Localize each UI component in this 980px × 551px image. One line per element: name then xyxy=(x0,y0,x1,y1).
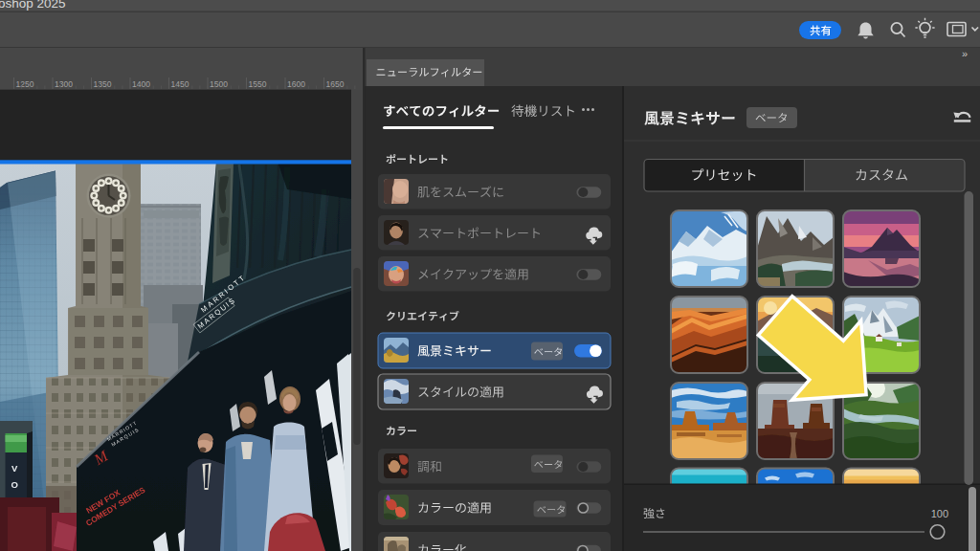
svg-text:1650: 1650 xyxy=(326,79,345,89)
svg-text:1400: 1400 xyxy=(132,79,150,89)
svg-text:1450: 1450 xyxy=(171,79,189,89)
svg-text:1300: 1300 xyxy=(55,79,73,89)
svg-text:oshop 2025: oshop 2025 xyxy=(0,0,66,11)
svg-text:1600: 1600 xyxy=(287,79,305,89)
svg-text:1550: 1550 xyxy=(249,79,267,89)
svg-text:V: V xyxy=(11,463,18,474)
svg-text:O: O xyxy=(11,479,18,490)
svg-text:1350: 1350 xyxy=(94,79,112,89)
svg-text:»: » xyxy=(962,48,968,59)
svg-text:1500: 1500 xyxy=(210,79,228,89)
svg-text:100: 100 xyxy=(931,508,948,519)
svg-text:1250: 1250 xyxy=(16,79,34,89)
